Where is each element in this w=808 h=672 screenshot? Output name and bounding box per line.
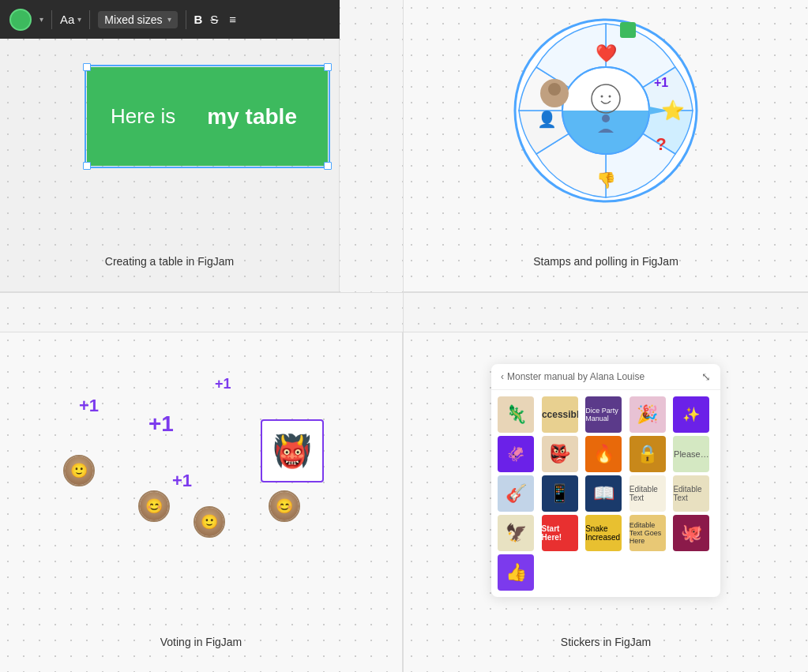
strikethrough-button[interactable]: S [210,13,218,26]
panel-title: Monster manual by Alana Louise [507,371,645,382]
monster-selected[interactable]: 👹 [261,419,324,482]
svg-text:👤: 👤 [537,110,557,129]
expand-icon[interactable]: ⤡ [701,370,711,383]
sticker-grid: 🦎 Accessible Dice Party Manual 🎉 ✨ 🦑 👺 🔥… [491,390,720,597]
sticker-21[interactable]: 👍 [498,554,534,591]
color-chevron: ▾ [39,15,43,24]
table-caption: Creating a table in FigJam [0,255,339,268]
sticker-2[interactable]: Accessible [542,396,578,433]
avatar-1: 🙂 [63,455,95,486]
sticker-card: ‹ Monster manual by Alana Louise ⤡ 🦎 Acc… [491,364,720,597]
avatar-face-3: 🙂 [195,508,224,536]
monster-emoji: 👹 [272,433,312,470]
sticker-9[interactable]: 🔒 [629,436,666,472]
svg-text:❤️: ❤️ [596,43,618,64]
spinner-svg: ❤️ +1 ⭐ ? 👎 👤 [503,8,708,213]
sticker-6[interactable]: 🦑 [498,436,534,472]
table-selected-element[interactable]: Here is my table [87,67,328,166]
vote-4: +1 [172,471,192,491]
sticker-1[interactable]: 🦎 [498,396,534,433]
sticker-7[interactable]: 👺 [542,436,578,472]
sticker-17[interactable]: Start Here! [542,515,578,551]
svg-text:+1: +1 [654,76,668,89]
table-panel: Here is my table Creating a table in Fig… [0,0,340,292]
svg-text:?: ? [656,134,666,154]
stamps-caption: Stamps and polling in FigJam [404,255,808,268]
bold-button[interactable]: B [194,13,203,26]
separator-2 [89,10,90,29]
color-circle[interactable] [9,9,32,31]
vote-3: +1 [215,376,231,392]
svg-text:⭐: ⭐ [661,99,685,122]
avatar-face-2: 😊 [140,492,168,520]
sticker-15[interactable]: Editable Text [673,475,709,512]
font-label: Aa [60,13,74,26]
voting-caption: Voting in FigJam [0,636,402,648]
back-chevron: ‹ [501,371,504,382]
sticker-16[interactable]: 🦅 [498,515,534,551]
svg-point-14 [548,83,561,96]
separator-1 [51,10,52,29]
sticker-panel-header: ‹ Monster manual by Alana Louise ⤡ [491,364,720,390]
avatar-4: 😊 [269,490,300,522]
sticker-20[interactable]: 🐙 [673,515,709,551]
sticker-13[interactable]: 📖 [585,475,622,512]
spinner-wheel: ❤️ +1 ⭐ ? 👎 👤 [503,8,708,213]
sticker-14[interactable]: Editable Text [629,475,666,512]
table-content: Here is my table [87,67,328,166]
table-text-mytable: my table [207,104,297,130]
svg-text:👎: 👎 [596,171,616,190]
stickers-panel: ‹ Monster manual by Alana Louise ⤡ 🦎 Acc… [403,332,808,672]
horizontal-divider [0,292,808,293]
handle-bottom-right[interactable] [324,162,332,170]
voting-panel: +1 +1 +1 +1 🙂 😊 🙂 😊 👹 Voting in FigJam [0,332,403,672]
stamps-panel: ❤️ +1 ⭐ ? 👎 👤 Stamps and polling in FigJ… [403,0,808,292]
mixed-sizes-chevron: ▾ [167,15,171,24]
toolbar: ▾ Aa ▾ Mixed sizes ▾ B S ≡ [0,0,340,39]
mixed-sizes-label: Mixed sizes [104,13,162,26]
font-chevron: ▾ [77,15,81,24]
handle-bottom-left[interactable] [83,162,91,170]
sticker-11[interactable]: 🎸 [498,475,534,512]
sticker-19[interactable]: Editable Text Goes Here [629,515,666,551]
back-button[interactable]: ‹ Monster manual by Alana Louise [501,371,645,382]
handle-top-left[interactable] [83,63,91,71]
menu-button[interactable]: ≡ [229,13,236,26]
avatar-3: 🙂 [194,506,225,538]
sticker-4[interactable]: 🎉 [629,396,666,433]
mixed-sizes-selector[interactable]: Mixed sizes ▾ [98,11,177,28]
avatar-face-1: 🙂 [65,456,93,485]
sticker-3[interactable]: Dice Party Manual [585,396,622,433]
svg-point-4 [601,96,603,98]
svg-point-6 [602,115,610,122]
sticker-10[interactable]: Please… [673,436,709,472]
handle-top-right[interactable] [324,63,332,71]
stickers-caption: Stickers in FigJam [404,636,808,648]
vote-2: +1 [148,411,174,437]
font-selector[interactable]: Aa ▾ [60,13,81,26]
sticker-8[interactable]: 🔥 [585,436,622,472]
svg-rect-15 [620,22,636,38]
sticker-18[interactable]: Snake Increased [585,515,622,551]
avatar-2: 😊 [138,490,170,522]
vote-1: +1 [79,396,99,416]
sticker-12[interactable]: 📱 [542,475,578,512]
table-text-here: Here is [111,104,175,129]
sticker-5[interactable]: ✨ [673,396,709,433]
avatar-face-4: 😊 [270,492,299,520]
svg-point-5 [609,96,611,98]
separator-3 [186,10,186,29]
